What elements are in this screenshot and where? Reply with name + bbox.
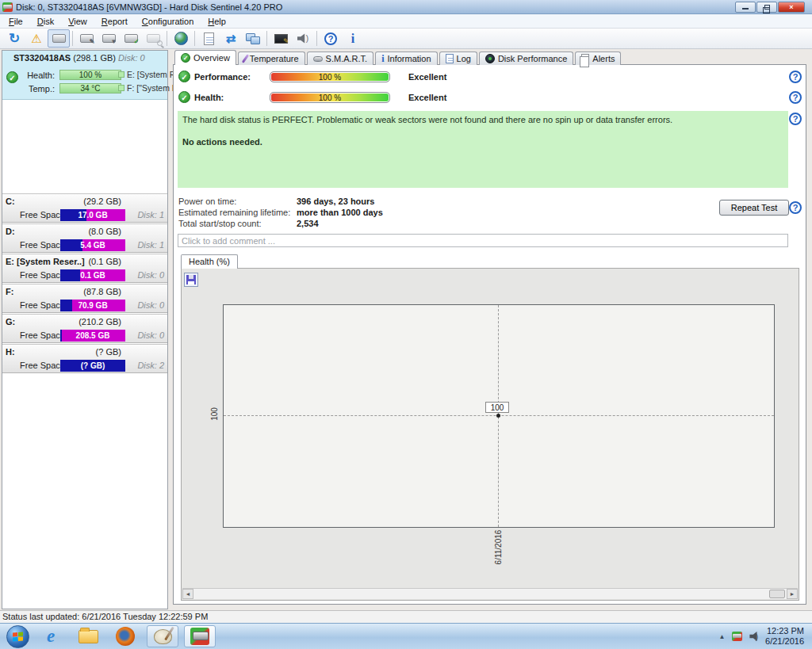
scroll-right-arrow[interactable]: ► (787, 589, 798, 599)
tray-clock[interactable]: 12:23 PM 6/21/2016 (765, 626, 804, 647)
taskbar-ie[interactable]: e (35, 625, 67, 647)
alerts-icon (581, 54, 589, 63)
save-chart-button[interactable] (184, 273, 198, 287)
chart-data-point (496, 414, 500, 418)
tab-alerts[interactable]: Alerts (575, 52, 621, 65)
comment-input[interactable] (178, 234, 788, 247)
partition-square-icon (118, 71, 124, 78)
gauge-icon (485, 54, 495, 63)
status-text: The hard disk status is PERFECT. Problem… (182, 114, 783, 125)
health-check-icon: ✓ (178, 91, 190, 103)
taskbar-explorer[interactable] (72, 625, 104, 647)
tab-disk-performance[interactable]: Disk Performance (479, 52, 573, 65)
stat-label: Total start/stop count: (178, 219, 262, 228)
health-chart-plot[interactable]: 100 (223, 304, 775, 528)
temp-label: Temp.: (9, 84, 55, 94)
menu-configuration[interactable]: Configuration (135, 15, 201, 28)
network-icon[interactable] (242, 29, 264, 48)
free-space-bar: 208.5 GB (60, 330, 125, 342)
show-hidden-icons-arrow[interactable]: ▲ (718, 633, 725, 640)
tab-information[interactable]: iInformation (375, 52, 437, 65)
menu-file[interactable]: File (2, 15, 30, 28)
restore-button[interactable] (756, 2, 777, 13)
disk-search-icon[interactable] (142, 29, 164, 48)
titlebar[interactable]: Disk: 0, ST3320418AS [6VMNW3GD] - Hard D… (0, 0, 812, 14)
repeat-test-button[interactable]: Repeat Test (719, 200, 789, 216)
partition-row-f[interactable]: F: (87.8 GB) Free Space 70.9 GB Disk: 0 (2, 284, 167, 313)
health-help-icon[interactable]: ? (789, 91, 802, 104)
disk-sidebar: ST3320418AS (298.1 GB) Disk: 0 ✓ Health:… (2, 50, 168, 609)
status-bar-text: Status last updated: 6/21/2016 Tuesday 1… (2, 612, 208, 621)
toolbar: ↻ ⚠ ✎ ▼ ✓ ⇄ ✎ ) ? i (0, 29, 812, 49)
disk-ok-icon[interactable]: ✓ (120, 29, 142, 48)
health-label: Health: (9, 71, 55, 80)
selected-disk-panel[interactable]: ST3320418AS (298.1 GB) Disk: 0 ✓ Health:… (2, 51, 167, 100)
chart-x-tick: 6/11/2016 (494, 528, 503, 567)
stat-value: 396 days, 23 hours (297, 197, 374, 206)
toolbar-separator (266, 31, 267, 46)
help-icon[interactable]: ? (320, 29, 342, 48)
stat-label: Estimated remaining lifetime: (178, 208, 290, 217)
info-icon[interactable]: i (342, 29, 364, 48)
tab-overview[interactable]: ✓Overview (174, 50, 236, 65)
performance-help-icon[interactable]: ? (789, 71, 802, 83)
status-help-icon[interactable]: ? (789, 113, 802, 125)
repeat-test-help-icon[interactable]: ? (789, 201, 802, 214)
disk-eject-icon[interactable]: ▼ (98, 29, 120, 48)
main-tab-bar: ✓Overview Temperature S.M.A.R.T. iInform… (174, 50, 622, 65)
partition-row-h[interactable]: H: (? GB) Free Space (? GB) Disk: 2 (2, 344, 167, 373)
warning-icon[interactable]: ⚠ (25, 29, 48, 48)
clock-time: 12:23 PM (765, 626, 804, 636)
partition-square-icon (118, 85, 124, 91)
menu-help[interactable]: Help (201, 15, 233, 28)
status-bar: Status last updated: 6/21/2016 Tuesday 1… (0, 610, 812, 623)
disk-details-icon[interactable] (48, 29, 70, 48)
firefox-icon (116, 627, 135, 646)
system-tray: ▲ ) 12:23 PM 6/21/2016 (718, 626, 812, 647)
windows-logo-icon (13, 632, 23, 641)
performance-label: Performance: (194, 72, 251, 82)
log-icon (446, 54, 454, 63)
free-space-bar: 17.0 GB (60, 209, 125, 221)
health-label: Health: (194, 93, 224, 102)
app-icon (2, 2, 13, 12)
floppy-icon (186, 275, 196, 284)
scroll-left-arrow[interactable]: ◄ (182, 589, 193, 599)
taskbar-hard-disk-sentinel[interactable] (184, 625, 216, 647)
start-button[interactable] (6, 625, 29, 648)
paint-icon (154, 629, 172, 644)
partition-row-g[interactable]: G: (210.2 GB) Free Space 208.5 GB Disk: … (2, 314, 167, 343)
toolbar-separator (167, 31, 167, 46)
toolbar-separator (194, 31, 195, 46)
tab-temperature[interactable]: Temperature (238, 52, 305, 65)
menu-view[interactable]: View (61, 15, 94, 28)
smart-icon (313, 56, 323, 62)
disk-test-icon[interactable]: ✎ (75, 29, 98, 48)
performance-rating: Excellent (408, 72, 446, 82)
partition-row-d[interactable]: D: (8.0 GB) Free Space 5.4 GB Disk: 1 (2, 223, 167, 253)
world-icon[interactable] (170, 29, 192, 48)
chart-tab-health[interactable]: Health (%) (181, 254, 238, 269)
taskbar-firefox[interactable] (109, 625, 141, 647)
menu-disk[interactable]: Disk (30, 15, 61, 28)
sync-icon[interactable]: ⇄ (220, 29, 242, 48)
volume-icon[interactable]: ) (749, 632, 758, 642)
scrollbar-thumb[interactable] (769, 590, 785, 598)
tab-log[interactable]: Log (439, 52, 477, 65)
partition-row-c[interactable]: C: (29.2 GB) Free Space 17.0 GB Disk: 1 (2, 193, 167, 223)
sound-icon[interactable]: ) (292, 29, 314, 48)
minimize-button[interactable] (735, 2, 756, 13)
internet-explorer-icon: e (47, 626, 55, 647)
display-settings-icon[interactable]: ✎ (270, 29, 292, 48)
tab-smart[interactable]: S.M.A.R.T. (307, 52, 374, 65)
close-button[interactable]: × (778, 2, 805, 13)
partition-row-e[interactable]: E: [System Reser..] (0.1 GB) Free Space … (2, 254, 167, 283)
partition-list: C: (29.2 GB) Free Space 17.0 GB Disk: 1 … (2, 193, 167, 374)
stat-value: more than 1000 days (297, 208, 383, 217)
menu-report[interactable]: Report (94, 15, 135, 28)
report-icon[interactable] (197, 29, 220, 48)
chart-horizontal-scrollbar[interactable]: ◄ ► (182, 588, 798, 599)
refresh-icon[interactable]: ↻ (3, 29, 25, 48)
tray-hds-icon[interactable] (732, 632, 742, 641)
taskbar-paint[interactable] (147, 625, 178, 647)
